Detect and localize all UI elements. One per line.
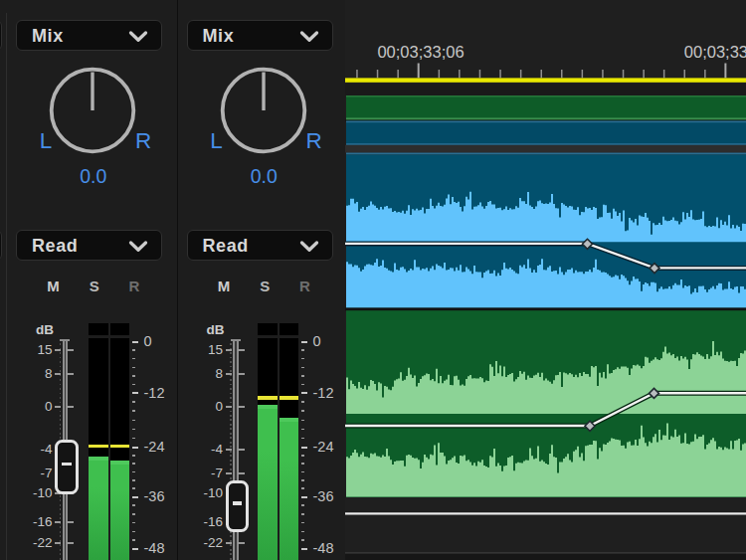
svg-text:00;03;33;21: 00;03;33;21 — [684, 43, 746, 61]
svg-text:00;03;33;06: 00;03;33;06 — [377, 43, 464, 61]
